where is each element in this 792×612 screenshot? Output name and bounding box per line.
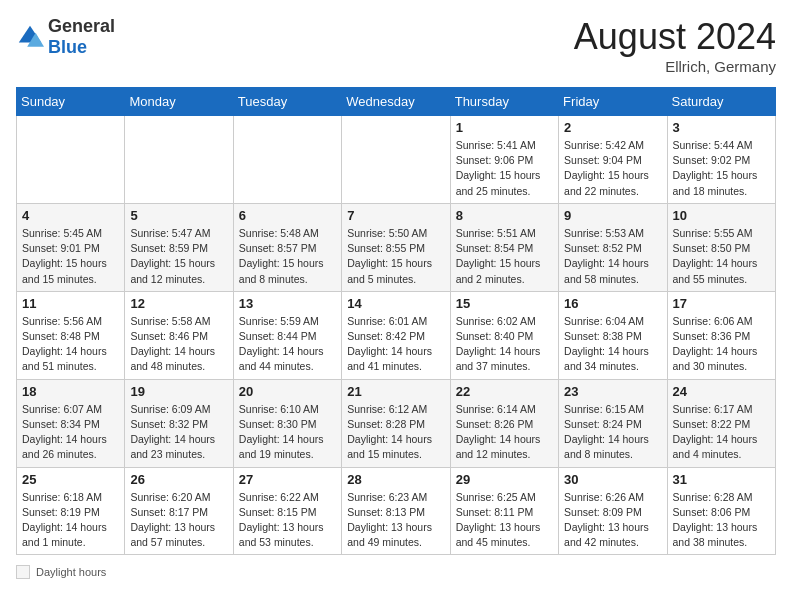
day-number: 31 — [673, 472, 770, 487]
day-info: Sunrise: 6:09 AM Sunset: 8:32 PM Dayligh… — [130, 402, 227, 463]
calendar-cell — [342, 116, 450, 204]
day-number: 9 — [564, 208, 661, 223]
calendar-cell — [125, 116, 233, 204]
day-info: Sunrise: 5:50 AM Sunset: 8:55 PM Dayligh… — [347, 226, 444, 287]
calendar-cell: 26Sunrise: 6:20 AM Sunset: 8:17 PM Dayli… — [125, 467, 233, 555]
day-info: Sunrise: 5:42 AM Sunset: 9:04 PM Dayligh… — [564, 138, 661, 199]
day-number: 6 — [239, 208, 336, 223]
day-info: Sunrise: 5:48 AM Sunset: 8:57 PM Dayligh… — [239, 226, 336, 287]
calendar-header-row: SundayMondayTuesdayWednesdayThursdayFrid… — [17, 88, 776, 116]
calendar-cell: 9Sunrise: 5:53 AM Sunset: 8:52 PM Daylig… — [559, 203, 667, 291]
calendar-cell: 10Sunrise: 5:55 AM Sunset: 8:50 PM Dayli… — [667, 203, 775, 291]
calendar-cell: 3Sunrise: 5:44 AM Sunset: 9:02 PM Daylig… — [667, 116, 775, 204]
calendar-cell: 20Sunrise: 6:10 AM Sunset: 8:30 PM Dayli… — [233, 379, 341, 467]
calendar-cell: 21Sunrise: 6:12 AM Sunset: 8:28 PM Dayli… — [342, 379, 450, 467]
day-number: 21 — [347, 384, 444, 399]
calendar-cell: 4Sunrise: 5:45 AM Sunset: 9:01 PM Daylig… — [17, 203, 125, 291]
day-number: 18 — [22, 384, 119, 399]
day-info: Sunrise: 6:01 AM Sunset: 8:42 PM Dayligh… — [347, 314, 444, 375]
calendar-cell: 23Sunrise: 6:15 AM Sunset: 8:24 PM Dayli… — [559, 379, 667, 467]
day-info: Sunrise: 5:56 AM Sunset: 8:48 PM Dayligh… — [22, 314, 119, 375]
day-number: 19 — [130, 384, 227, 399]
day-number: 23 — [564, 384, 661, 399]
footer: Daylight hours — [16, 565, 776, 579]
day-info: Sunrise: 6:10 AM Sunset: 8:30 PM Dayligh… — [239, 402, 336, 463]
day-info: Sunrise: 5:55 AM Sunset: 8:50 PM Dayligh… — [673, 226, 770, 287]
day-number: 7 — [347, 208, 444, 223]
day-info: Sunrise: 5:47 AM Sunset: 8:59 PM Dayligh… — [130, 226, 227, 287]
day-number: 20 — [239, 384, 336, 399]
calendar-cell: 8Sunrise: 5:51 AM Sunset: 8:54 PM Daylig… — [450, 203, 558, 291]
logo-text: General Blue — [48, 16, 115, 58]
day-number: 30 — [564, 472, 661, 487]
day-info: Sunrise: 6:12 AM Sunset: 8:28 PM Dayligh… — [347, 402, 444, 463]
col-header-saturday: Saturday — [667, 88, 775, 116]
day-number: 16 — [564, 296, 661, 311]
calendar-cell: 30Sunrise: 6:26 AM Sunset: 8:09 PM Dayli… — [559, 467, 667, 555]
calendar-cell: 14Sunrise: 6:01 AM Sunset: 8:42 PM Dayli… — [342, 291, 450, 379]
calendar-cell: 11Sunrise: 5:56 AM Sunset: 8:48 PM Dayli… — [17, 291, 125, 379]
calendar-week-4: 18Sunrise: 6:07 AM Sunset: 8:34 PM Dayli… — [17, 379, 776, 467]
day-number: 5 — [130, 208, 227, 223]
col-header-friday: Friday — [559, 88, 667, 116]
day-info: Sunrise: 5:51 AM Sunset: 8:54 PM Dayligh… — [456, 226, 553, 287]
calendar-cell: 22Sunrise: 6:14 AM Sunset: 8:26 PM Dayli… — [450, 379, 558, 467]
calendar-cell: 24Sunrise: 6:17 AM Sunset: 8:22 PM Dayli… — [667, 379, 775, 467]
day-info: Sunrise: 6:14 AM Sunset: 8:26 PM Dayligh… — [456, 402, 553, 463]
logo: General Blue — [16, 16, 115, 58]
day-info: Sunrise: 6:17 AM Sunset: 8:22 PM Dayligh… — [673, 402, 770, 463]
day-number: 14 — [347, 296, 444, 311]
day-info: Sunrise: 6:23 AM Sunset: 8:13 PM Dayligh… — [347, 490, 444, 551]
calendar-week-2: 4Sunrise: 5:45 AM Sunset: 9:01 PM Daylig… — [17, 203, 776, 291]
day-number: 12 — [130, 296, 227, 311]
col-header-monday: Monday — [125, 88, 233, 116]
day-info: Sunrise: 6:06 AM Sunset: 8:36 PM Dayligh… — [673, 314, 770, 375]
day-info: Sunrise: 6:15 AM Sunset: 8:24 PM Dayligh… — [564, 402, 661, 463]
calendar-week-3: 11Sunrise: 5:56 AM Sunset: 8:48 PM Dayli… — [17, 291, 776, 379]
day-info: Sunrise: 5:41 AM Sunset: 9:06 PM Dayligh… — [456, 138, 553, 199]
calendar-cell: 1Sunrise: 5:41 AM Sunset: 9:06 PM Daylig… — [450, 116, 558, 204]
day-info: Sunrise: 6:04 AM Sunset: 8:38 PM Dayligh… — [564, 314, 661, 375]
col-header-thursday: Thursday — [450, 88, 558, 116]
calendar-cell — [17, 116, 125, 204]
day-info: Sunrise: 6:07 AM Sunset: 8:34 PM Dayligh… — [22, 402, 119, 463]
calendar-cell: 18Sunrise: 6:07 AM Sunset: 8:34 PM Dayli… — [17, 379, 125, 467]
day-number: 8 — [456, 208, 553, 223]
day-number: 25 — [22, 472, 119, 487]
month-year: August 2024 — [574, 16, 776, 58]
col-header-sunday: Sunday — [17, 88, 125, 116]
day-info: Sunrise: 6:18 AM Sunset: 8:19 PM Dayligh… — [22, 490, 119, 551]
calendar-week-1: 1Sunrise: 5:41 AM Sunset: 9:06 PM Daylig… — [17, 116, 776, 204]
day-info: Sunrise: 5:44 AM Sunset: 9:02 PM Dayligh… — [673, 138, 770, 199]
calendar-cell: 31Sunrise: 6:28 AM Sunset: 8:06 PM Dayli… — [667, 467, 775, 555]
daylight-box-icon — [16, 565, 30, 579]
day-info: Sunrise: 6:28 AM Sunset: 8:06 PM Dayligh… — [673, 490, 770, 551]
calendar-cell: 7Sunrise: 5:50 AM Sunset: 8:55 PM Daylig… — [342, 203, 450, 291]
title-block: August 2024 Ellrich, Germany — [574, 16, 776, 75]
calendar-cell: 17Sunrise: 6:06 AM Sunset: 8:36 PM Dayli… — [667, 291, 775, 379]
location: Ellrich, Germany — [574, 58, 776, 75]
day-info: Sunrise: 5:58 AM Sunset: 8:46 PM Dayligh… — [130, 314, 227, 375]
calendar: SundayMondayTuesdayWednesdayThursdayFrid… — [16, 87, 776, 555]
calendar-cell: 16Sunrise: 6:04 AM Sunset: 8:38 PM Dayli… — [559, 291, 667, 379]
day-number: 26 — [130, 472, 227, 487]
day-number: 13 — [239, 296, 336, 311]
day-number: 2 — [564, 120, 661, 135]
day-info: Sunrise: 5:45 AM Sunset: 9:01 PM Dayligh… — [22, 226, 119, 287]
day-number: 15 — [456, 296, 553, 311]
day-info: Sunrise: 6:26 AM Sunset: 8:09 PM Dayligh… — [564, 490, 661, 551]
logo-general: General — [48, 16, 115, 36]
day-number: 1 — [456, 120, 553, 135]
col-header-tuesday: Tuesday — [233, 88, 341, 116]
day-info: Sunrise: 6:02 AM Sunset: 8:40 PM Dayligh… — [456, 314, 553, 375]
calendar-cell: 27Sunrise: 6:22 AM Sunset: 8:15 PM Dayli… — [233, 467, 341, 555]
calendar-cell: 19Sunrise: 6:09 AM Sunset: 8:32 PM Dayli… — [125, 379, 233, 467]
day-number: 17 — [673, 296, 770, 311]
day-number: 3 — [673, 120, 770, 135]
calendar-cell: 12Sunrise: 5:58 AM Sunset: 8:46 PM Dayli… — [125, 291, 233, 379]
page-header: General Blue August 2024 Ellrich, German… — [16, 16, 776, 75]
col-header-wednesday: Wednesday — [342, 88, 450, 116]
daylight-label: Daylight hours — [36, 566, 106, 578]
day-number: 4 — [22, 208, 119, 223]
calendar-cell: 15Sunrise: 6:02 AM Sunset: 8:40 PM Dayli… — [450, 291, 558, 379]
